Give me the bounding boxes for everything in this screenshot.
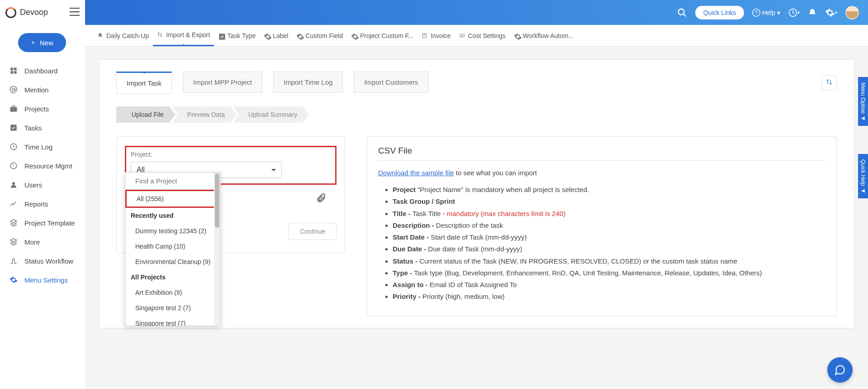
scrollbar[interactable] [214,173,220,326]
dashboard-icon [9,66,18,75]
csv-list-item: Project "Project Name" is mandatory when… [393,184,825,196]
tool-tab-workflow-autom-[interactable]: Workflow Autom... [510,25,578,46]
side-tab-menu-option[interactable]: Menu Option◀ [858,77,868,126]
download-sample-link[interactable]: Download the sample file [378,169,454,177]
help-menu[interactable]: ? Help ▾ [752,9,780,17]
tool-label: Cost Settings [468,32,506,39]
step-preview-data: Preview Data [172,106,237,123]
attachment-icon[interactable] [316,191,327,206]
user-icon [9,180,18,189]
bell-icon[interactable] [808,8,817,17]
dropdown-header-recent: Recently used [125,208,220,223]
new-label: New [40,39,53,47]
svg-point-17 [461,35,462,36]
svg-text:?: ? [755,10,758,15]
sidebar-item-tasks[interactable]: Tasks [0,118,85,137]
dropdown-item[interactable]: Art Exhibition (9) [125,285,220,300]
csv-list-item: Assign to - Email ID of Task Assigned To [393,279,825,291]
new-button[interactable]: New [18,33,66,52]
swap-icon[interactable] [821,75,837,91]
panel-tab-import-mpp-project[interactable]: Import MPP Project [183,72,262,93]
svg-rect-16 [460,34,464,37]
sidebar-item-menu-settings[interactable]: Menu Settings [0,270,85,289]
tool-label: Daily Catch-Up [106,32,149,39]
history-icon[interactable]: ▾ [788,8,800,17]
tool-tab-label[interactable]: Label [260,25,292,46]
cost-icon [459,33,465,39]
sidebar-item-resource-mgmt[interactable]: Resource Mgmt [0,156,85,175]
gear-icon [296,33,303,39]
tool-tab-project-custom-f-[interactable]: Project Custom F... [347,25,417,46]
dropdown-item-all[interactable]: All (2556) [125,190,220,208]
settings-toolbar: Daily Catch-UpImport & ExportTask TypeLa… [85,25,868,47]
nav-label: Tasks [24,124,42,132]
csv-list-item: Task Group / Sprint [393,196,825,207]
hamburger-icon[interactable] [70,8,80,18]
app-logo[interactable]: Devoop [5,7,48,18]
sidebar-item-dashboard[interactable]: Dashboard [0,61,85,80]
tool-tab-invoice[interactable]: Invoice [417,25,455,46]
dropdown-item[interactable]: Singapore test 2 (7) [125,300,220,316]
svg-rect-14 [219,34,226,40]
project-dropdown: All (2556) Recently used Dummy testing 1… [125,172,221,326]
dropdown-item[interactable]: Environmental Cleanup (9) [125,254,220,269]
dropdown-item[interactable]: Singapore test (7) [125,316,220,326]
nav-label: Users [24,181,42,189]
nav-label: Project Template [24,219,75,227]
dropdown-item[interactable]: Health Camp (10) [125,239,220,254]
nav-label: Status Workflow [24,257,73,265]
dropdown-item[interactable]: Dummy testing 12345 (2) [125,223,220,239]
settings-gear-icon[interactable]: ▾ [825,8,837,18]
nav-label: Dashboard [24,67,57,75]
tool-tab-import-export[interactable]: Import & Export [153,25,214,46]
chat-button[interactable] [827,357,853,383]
sidebar-item-project-template[interactable]: Project Template [0,213,85,232]
nav-label: More [24,238,40,246]
clock-icon [9,142,18,151]
sidebar-item-mention[interactable]: Mention [0,80,85,99]
tool-tab-cost-settings[interactable]: Cost Settings [455,25,510,46]
csv-info-card: CSV File Download the sample file to see… [367,136,837,316]
top-header: Quick Links ? Help ▾ ▾ ▾ [85,0,868,25]
tool-tab-task-type[interactable]: Task Type [214,25,260,46]
tool-label: Import & Export [166,31,210,38]
panel-tab-import-customers[interactable]: Import Customers [354,72,428,93]
svg-point-13 [12,182,15,185]
mention-icon [9,85,18,94]
tool-label: Label [273,32,288,39]
sidebar-item-status-workflow[interactable]: Status Workflow [0,251,85,270]
chevron-down-icon: ▾ [777,9,780,16]
tool-tab-custom-field[interactable]: Custom Field [292,25,346,46]
help-label: Help [762,9,775,16]
gauge-icon [9,161,18,170]
sidebar-item-time-log[interactable]: Time Log [0,137,85,156]
tool-tab-daily-catch-up[interactable]: Daily Catch-Up [93,25,153,46]
dropdown-header-all: All Projects [125,269,220,285]
continue-button[interactable]: Continue [289,223,337,240]
csv-list-item: Type - Task type (Bug, Development, Enha… [393,267,825,279]
workflow-icon [9,256,18,265]
quick-links-button[interactable]: Quick Links [695,6,744,19]
svg-rect-5 [14,67,17,70]
panel-tab-import-time-log[interactable]: Import Time Log [273,72,343,93]
tool-label: Custom Field [305,32,342,39]
side-tab-quick-help[interactable]: Quick Help◀ [858,154,868,198]
sidebar-item-more[interactable]: More [0,232,85,251]
search-icon[interactable] [677,8,687,18]
sidebar-item-projects[interactable]: Projects [0,99,85,118]
user-avatar[interactable] [845,6,859,19]
csv-list-item: Priority - Priority (high, medium, low) [393,291,825,303]
csv-after-text: to see what you can import [454,169,537,177]
layers-icon [9,237,18,246]
project-search-input[interactable] [125,173,220,190]
tool-label: Task Type [227,32,256,39]
csv-title: CSV File [378,146,825,161]
nav-label: Resource Mgmt [24,162,72,170]
sidebar-item-reports[interactable]: Reports [0,194,85,213]
nav-label: Reports [24,200,48,208]
sidebar: New DashboardMentionProjectsTasksTime Lo… [0,25,85,389]
panel-tab-import-task[interactable]: Import Task [116,72,172,94]
nav-label: Mention [24,86,48,94]
sidebar-item-users[interactable]: Users [0,175,85,194]
tool-label: Workflow Autom... [523,32,574,39]
